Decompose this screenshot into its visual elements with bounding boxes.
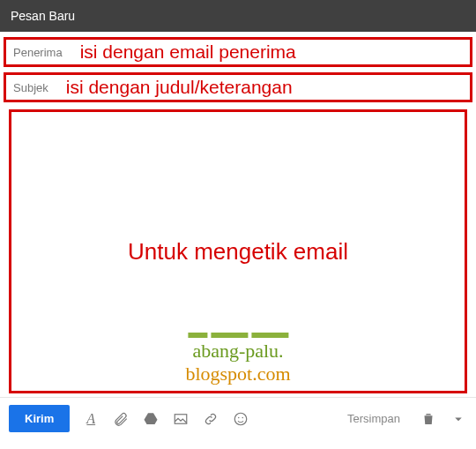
more-options-icon[interactable] (450, 410, 467, 428)
watermark-line2: blogspot.com (185, 363, 290, 385)
send-button[interactable]: Kirim (9, 405, 70, 432)
subject-annotation: isi dengan judul/keterangan (66, 77, 293, 98)
compose-toolbar: Kirim A Tersimpan (0, 397, 476, 439)
emoji-icon[interactable] (232, 410, 249, 428)
svg-rect-1 (175, 414, 187, 423)
recipients-annotation: isi dengan email penerima (80, 41, 296, 63)
attachment-icon[interactable] (112, 410, 130, 428)
window-titlebar: Pesan Baru (0, 0, 476, 32)
email-body-area[interactable]: Untuk mengetik email abang-palu. blogspo… (9, 109, 467, 393)
link-icon[interactable] (202, 410, 219, 428)
subject-label: Subjek (13, 81, 48, 94)
recipients-field[interactable]: Penerima isi dengan email penerima (4, 37, 472, 67)
recipients-label: Penerima (13, 46, 63, 59)
trash-icon[interactable] (420, 410, 437, 428)
formatting-icon[interactable]: A (82, 410, 100, 428)
svg-point-2 (234, 413, 247, 425)
body-annotation: Untuk mengetik email (128, 238, 348, 266)
window-controls (441, 9, 465, 23)
subject-field[interactable]: Subjek isi dengan judul/keterangan (4, 72, 472, 102)
window-title: Pesan Baru (11, 9, 441, 23)
drive-icon[interactable] (142, 410, 160, 428)
svg-point-4 (242, 416, 244, 418)
watermark-line1: abang-palu. (185, 340, 290, 363)
watermark: abang-palu. blogspot.com (185, 333, 290, 385)
photo-icon[interactable] (172, 410, 190, 428)
saved-status: Tersimpan (347, 412, 400, 425)
svg-point-3 (238, 416, 240, 418)
